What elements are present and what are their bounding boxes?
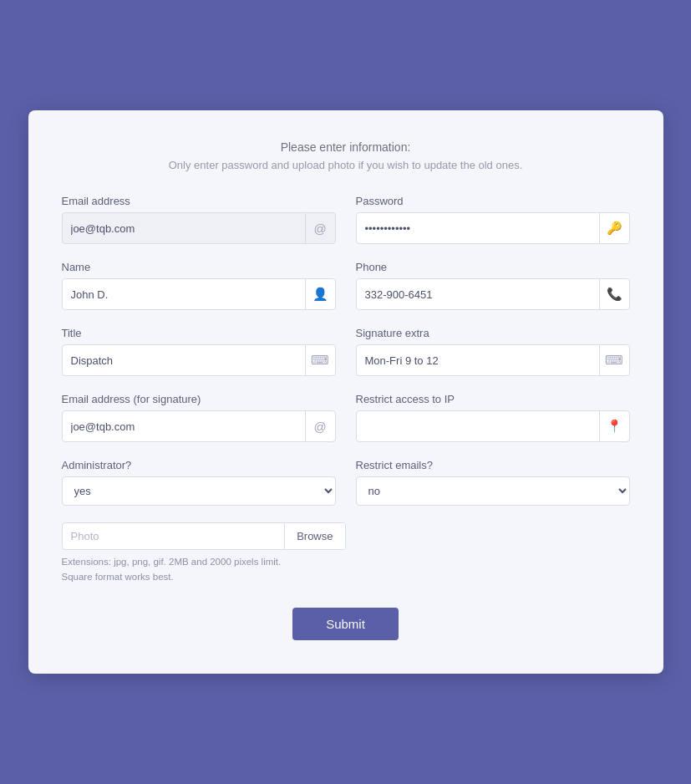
restrict-emails-select[interactable]: yes no [356,476,630,506]
signature-extra-label: Signature extra [356,327,630,339]
group-title: Title ⌨ [62,327,336,376]
password-label: Password [356,195,630,207]
group-name: Name 👤 [62,261,336,310]
restrict-emails-label: Restrict emails? [356,459,630,471]
restrict-ip-input[interactable] [357,414,599,440]
email-input-wrapper: @ [62,212,336,244]
email-signature-input-wrapper: @ [62,410,336,442]
photo-hint: Extensions: jpg, png, gif. 2MB and 2000 … [62,555,630,584]
photo-browse-button[interactable]: Browse [284,523,344,549]
row-name-phone: Name 👤 Phone 📞 [62,261,630,310]
password-input[interactable] [357,216,599,242]
title-label: Title [62,327,336,339]
email-sig-icon: @ [305,411,335,441]
phone-label: Phone [356,261,630,273]
group-signature-extra: Signature extra ⌨ [356,327,630,376]
signature-extra-input-wrapper: ⌨ [356,344,630,376]
email-input[interactable] [63,216,305,242]
row-email-password: Email address @ Password 🔑 [62,195,630,244]
group-restrict-emails: Restrict emails? yes no [356,459,630,506]
restrict-ip-input-wrapper: 📍 [356,410,630,442]
photo-upload-wrapper: Photo Browse [62,522,346,550]
group-photo: Photo Browse Extensions: jpg, png, gif. … [62,522,630,584]
phone-input-wrapper: 📞 [356,278,630,310]
group-restrict-ip: Restrict access to IP 📍 [356,393,630,442]
email-signature-input[interactable] [63,414,305,440]
row-photo: Photo Browse Extensions: jpg, png, gif. … [62,522,630,584]
name-label: Name [62,261,336,273]
group-password: Password 🔑 [356,195,630,244]
modal-subtitle: Only enter password and upload photo if … [62,159,630,171]
edit-user-modal: Please enter information: Only enter pas… [28,110,663,674]
row-title-signature: Title ⌨ Signature extra ⌨ [62,327,630,376]
password-input-wrapper: 🔑 [356,212,630,244]
submit-row: Submit [62,608,630,640]
email-signature-label: Email address (for signature) [62,393,336,405]
phone-icon: 📞 [599,279,629,309]
pin-icon: 📍 [599,411,629,441]
signature-extra-input[interactable] [357,348,599,374]
title-input[interactable] [63,348,305,374]
phone-input[interactable] [357,282,599,308]
row-admin-restrict-emails: Administrator? yes no Restrict emails? y… [62,459,630,506]
row-email-sig-restrict-ip: Email address (for signature) @ Restrict… [62,393,630,442]
administrator-label: Administrator? [62,459,336,471]
photo-label: Photo [63,523,285,549]
email-icon: @ [305,213,335,243]
keyboard-icon: ⌨ [305,345,335,375]
title-input-wrapper: ⌨ [62,344,336,376]
group-administrator: Administrator? yes no [62,459,336,506]
restrict-ip-label: Restrict access to IP [356,393,630,405]
submit-button[interactable]: Submit [292,608,399,640]
email-label: Email address [62,195,336,207]
group-phone: Phone 📞 [356,261,630,310]
person-icon: 👤 [305,279,335,309]
group-email: Email address @ [62,195,336,244]
administrator-select[interactable]: yes no [62,476,336,506]
keyboard-icon-2: ⌨ [599,345,629,375]
name-input[interactable] [63,282,305,308]
password-icon: 🔑 [599,213,629,243]
modal-title: Please enter information: [62,140,630,154]
group-email-signature: Email address (for signature) @ [62,393,336,442]
name-input-wrapper: 👤 [62,278,336,310]
